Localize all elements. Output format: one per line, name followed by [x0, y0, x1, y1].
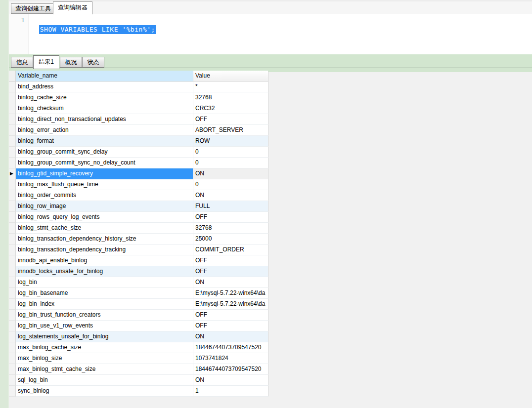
table-row[interactable]: log_statements_unsafe_for_binlogON [9, 331, 268, 342]
table-row[interactable]: innodb_locks_unsafe_for_binlogOFF [9, 266, 268, 277]
variable-name-cell[interactable]: binlog_transaction_dependency_history_si… [16, 234, 193, 245]
table-row[interactable]: max_binlog_cache_size1844674407370954752… [9, 342, 268, 353]
variable-name-cell[interactable]: log_bin_trust_function_creators [16, 310, 193, 321]
sql-selected-text[interactable]: SHOW VARIABLES LIKE '%bin%'; [39, 25, 156, 34]
row-selector[interactable] [9, 201, 16, 212]
row-selector[interactable] [9, 364, 16, 375]
tab-query-editor[interactable]: 查询编辑器 [53, 1, 92, 14]
value-cell[interactable]: OFF [193, 321, 268, 331]
value-cell[interactable]: ON [193, 277, 268, 288]
row-selector[interactable] [9, 179, 16, 190]
tab-query-builder[interactable]: 查询创建工具 [11, 3, 55, 14]
row-selector[interactable] [9, 342, 16, 353]
table-row[interactable]: binlog_group_commit_sync_delay0 [9, 147, 268, 158]
grid-corner-cell[interactable] [9, 71, 16, 82]
value-cell[interactable]: * [193, 82, 268, 92]
value-cell[interactable]: ON [193, 375, 268, 386]
value-cell[interactable]: 0 [193, 179, 268, 190]
value-cell[interactable]: E:\mysql-5.7.22-winx64\da [193, 288, 268, 299]
table-row[interactable]: log_bin_trust_function_creatorsOFF [9, 310, 268, 321]
row-selector[interactable] [9, 321, 16, 331]
table-row[interactable]: sql_log_binON [9, 375, 268, 386]
sql-editor[interactable]: 1 SHOW VARIABLES LIKE '%bin%'; [9, 14, 532, 54]
variable-name-cell[interactable]: log_bin_use_v1_row_events [16, 321, 193, 331]
row-selector[interactable] [9, 147, 16, 158]
column-header-variable-name[interactable]: Variable_name [16, 71, 193, 82]
row-selector[interactable] [9, 234, 16, 245]
value-cell[interactable]: ROW [193, 136, 268, 147]
value-cell[interactable]: OFF [193, 212, 268, 223]
row-selector[interactable] [9, 255, 16, 266]
table-row[interactable]: binlog_row_imageFULL [9, 201, 268, 212]
variable-name-cell[interactable]: binlog_max_flush_queue_time [16, 179, 193, 190]
table-row[interactable]: innodb_api_enable_binlogOFF [9, 255, 268, 266]
value-cell[interactable]: COMMIT_ORDER [193, 245, 268, 255]
row-selector[interactable] [9, 158, 16, 168]
tab-result1[interactable]: 结果1 [33, 55, 59, 69]
value-cell[interactable]: ON [193, 331, 268, 342]
row-selector[interactable]: ▶ [9, 168, 16, 179]
row-selector[interactable] [9, 266, 16, 277]
value-cell[interactable]: 25000 [193, 234, 268, 245]
sql-line[interactable]: SHOW VARIABLES LIKE '%bin%'; [30, 16, 156, 43]
value-cell[interactable]: 32768 [193, 92, 268, 103]
row-selector[interactable] [9, 103, 16, 114]
value-cell[interactable]: OFF [193, 114, 268, 125]
variable-name-cell[interactable]: binlog_format [16, 136, 193, 147]
value-cell[interactable]: 1 [193, 386, 268, 397]
variable-name-cell[interactable]: binlog_checksum [16, 103, 193, 114]
value-cell[interactable]: OFF [193, 310, 268, 321]
row-selector[interactable] [9, 299, 16, 310]
row-selector[interactable] [9, 125, 16, 136]
row-selector[interactable] [9, 277, 16, 288]
variable-name-cell[interactable]: binlog_rows_query_log_events [16, 212, 193, 223]
variable-name-cell[interactable]: binlog_transaction_dependency_tracking [16, 245, 193, 255]
variable-name-cell[interactable]: sync_binlog [16, 386, 193, 397]
tab-status[interactable]: 状态 [82, 57, 104, 68]
table-row[interactable]: max_binlog_size1073741824 [9, 353, 268, 364]
value-cell[interactable]: OFF [193, 266, 268, 277]
table-row[interactable]: max_binlog_stmt_cache_size18446744073709… [9, 364, 268, 375]
table-row[interactable]: log_bin_basenameE:\mysql-5.7.22-winx64\d… [9, 288, 268, 299]
value-cell[interactable]: 0 [193, 158, 268, 168]
table-row[interactable]: binlog_stmt_cache_size32768 [9, 223, 268, 234]
variable-name-cell[interactable]: innodb_locks_unsafe_for_binlog [16, 266, 193, 277]
variable-name-cell[interactable]: max_binlog_size [16, 353, 193, 364]
variable-name-cell[interactable]: innodb_api_enable_binlog [16, 255, 193, 266]
row-selector[interactable] [9, 245, 16, 255]
table-row[interactable]: binlog_error_actionABORT_SERVER [9, 125, 268, 136]
value-cell[interactable]: ON [193, 168, 268, 179]
variable-name-cell[interactable]: bind_address [16, 82, 193, 92]
table-row[interactable]: binlog_transaction_dependency_history_si… [9, 234, 268, 245]
value-cell[interactable]: 1073741824 [193, 353, 268, 364]
table-row[interactable]: binlog_cache_size32768 [9, 92, 268, 103]
row-selector[interactable] [9, 212, 16, 223]
value-cell[interactable]: ON [193, 190, 268, 201]
row-selector[interactable] [9, 310, 16, 321]
value-cell[interactable]: 18446744073709547520 [193, 364, 268, 375]
table-row[interactable]: binlog_order_commitsON [9, 190, 268, 201]
table-row[interactable]: log_bin_use_v1_row_eventsOFF [9, 321, 268, 331]
variable-name-cell[interactable]: binlog_group_commit_sync_no_delay_count [16, 158, 193, 168]
row-selector[interactable] [9, 92, 16, 103]
row-selector[interactable] [9, 386, 16, 397]
tab-info[interactable]: 信息 [11, 57, 33, 68]
row-selector[interactable] [9, 136, 16, 147]
table-row[interactable]: binlog_checksumCRC32 [9, 103, 268, 114]
table-row[interactable]: binlog_formatROW [9, 136, 268, 147]
variable-name-cell[interactable]: sql_log_bin [16, 375, 193, 386]
table-row[interactable]: log_binON [9, 277, 268, 288]
column-header-value[interactable]: Value [193, 71, 268, 82]
variable-name-cell[interactable]: binlog_gtid_simple_recovery [16, 168, 193, 179]
row-selector[interactable] [9, 353, 16, 364]
variable-name-cell[interactable]: log_statements_unsafe_for_binlog [16, 331, 193, 342]
value-cell[interactable]: CRC32 [193, 103, 268, 114]
row-selector[interactable] [9, 375, 16, 386]
variable-name-cell[interactable]: binlog_row_image [16, 201, 193, 212]
row-selector[interactable] [9, 331, 16, 342]
variable-name-cell[interactable]: log_bin [16, 277, 193, 288]
value-cell[interactable]: FULL [193, 201, 268, 212]
row-selector[interactable] [9, 114, 16, 125]
row-selector[interactable] [9, 223, 16, 234]
value-cell[interactable]: 18446744073709547520 [193, 342, 268, 353]
